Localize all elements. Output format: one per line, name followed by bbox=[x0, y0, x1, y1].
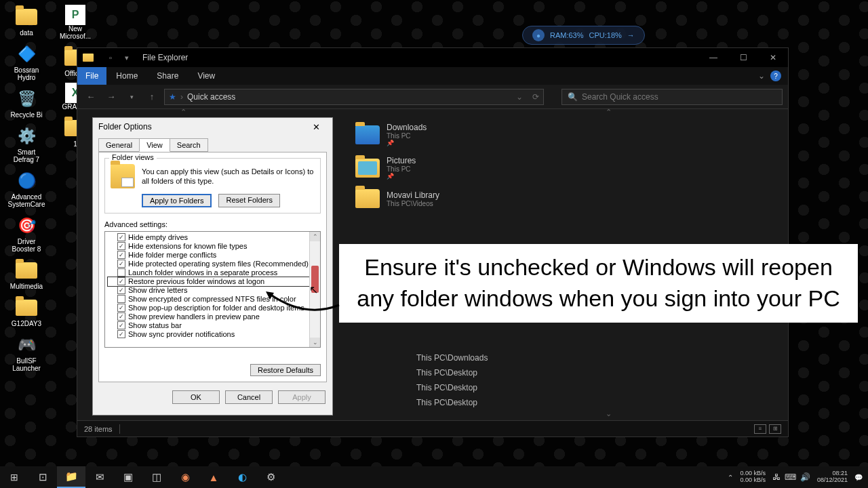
tb-app2[interactable]: ◫ bbox=[142, 466, 171, 488]
adv-setting-item[interactable]: ✓Show sync provider notifications bbox=[108, 330, 317, 339]
adv-setting-item[interactable]: ✓Hide empty drives bbox=[108, 233, 317, 242]
apply-button[interactable]: Apply bbox=[278, 390, 326, 404]
checkbox[interactable]: ✓ bbox=[117, 330, 125, 338]
content-scroll-up[interactable]: ⌃ bbox=[606, 108, 612, 117]
restore-defaults-button[interactable]: Restore Defaults bbox=[250, 364, 321, 376]
maximize-button[interactable]: ☐ bbox=[728, 48, 758, 67]
checkbox[interactable]: ✓ bbox=[117, 251, 125, 259]
setting-label: Hide extensions for known file types bbox=[128, 242, 247, 250]
tab-general[interactable]: General bbox=[98, 138, 140, 152]
scroll-up-button[interactable]: ⌃ bbox=[310, 232, 320, 241]
qa-item-downloads[interactable]: DownloadsThis PC📌 bbox=[355, 123, 439, 146]
help-icon[interactable]: ? bbox=[770, 70, 781, 81]
desktop-icon-bossran[interactable]: 🔷Bossran Hydro bbox=[5, 41, 47, 83]
ribbon-tab-share[interactable]: Share bbox=[147, 68, 188, 83]
minimize-button[interactable]: — bbox=[698, 48, 728, 67]
checkbox[interactable]: ✓ bbox=[117, 286, 125, 294]
ribbon-collapse-icon[interactable]: ⌄ bbox=[758, 71, 765, 81]
nav-recent-dropdown[interactable]: ▾ bbox=[123, 89, 140, 105]
tb-explorer[interactable]: 📁 bbox=[57, 466, 85, 488]
start-button[interactable]: ⊞ bbox=[0, 466, 28, 488]
explorer-titlebar[interactable]: ▫ ▾ File Explorer — ☐ ✕ bbox=[77, 48, 788, 67]
checkbox[interactable]: ✓ bbox=[117, 233, 125, 241]
taskbar: ⊞ ⊡ 📁 ✉ ▣ ◫ ◉ ▲ ◐ ⚙ ⌃ 0.00 kB/s0.00 kB/s… bbox=[0, 466, 868, 488]
desktop-icon-data[interactable]: data bbox=[5, 3, 47, 38]
folder-options-dialog: Folder Options ✕ General View Search Fol… bbox=[92, 117, 333, 415]
tray-expand-icon[interactable]: ⌃ bbox=[728, 474, 733, 481]
adv-setting-item[interactable]: ✓Hide protected operating system files (… bbox=[108, 260, 317, 268]
setting-label: Launch folder windows in a separate proc… bbox=[128, 268, 277, 277]
tray-network-icon[interactable]: 🖧 bbox=[772, 472, 781, 482]
cancel-button[interactable]: Cancel bbox=[225, 390, 273, 404]
tray-input-icon[interactable]: ⌨ bbox=[785, 472, 796, 482]
checkbox[interactable] bbox=[117, 268, 125, 277]
taskview-button[interactable]: ⊡ bbox=[28, 466, 57, 488]
adv-setting-item[interactable]: ✓Hide extensions for known file types bbox=[108, 242, 317, 251]
scroll-down-button[interactable]: ⌄ bbox=[310, 338, 320, 347]
desktop-icon-publisher[interactable]: PNew Microsof... bbox=[54, 3, 96, 41]
tb-app1[interactable]: ▣ bbox=[114, 466, 142, 488]
qa-dropdown-icon[interactable]: ▾ bbox=[121, 52, 133, 64]
performance-widget[interactable]: ● RAM:63% CPU:18% → bbox=[522, 26, 645, 45]
close-button[interactable]: ✕ bbox=[758, 48, 788, 67]
ribbon-tab-home[interactable]: Home bbox=[106, 68, 147, 83]
tray-volume-icon[interactable]: 🔊 bbox=[800, 472, 810, 482]
details-view-button[interactable]: ≡ bbox=[754, 424, 766, 434]
adv-setting-item[interactable]: ✓Restore previous folder windows at logo… bbox=[108, 277, 317, 286]
path-item[interactable]: This PC\Downloads bbox=[416, 353, 488, 363]
adv-setting-item[interactable]: Launch folder windows in a separate proc… bbox=[108, 268, 317, 277]
dialog-titlebar[interactable]: Folder Options ✕ bbox=[93, 118, 332, 136]
system-tray: ⌃ 0.00 kB/s0.00 kB/s 🖧 ⌨ 🔊 08:2108/12/20… bbox=[728, 470, 868, 484]
notification-icon[interactable]: 💬 bbox=[854, 474, 863, 481]
ribbon-tab-view[interactable]: View bbox=[188, 68, 224, 83]
adv-setting-item[interactable]: ✓Hide folder merge conflicts bbox=[108, 251, 317, 260]
checkbox[interactable]: ✓ bbox=[117, 242, 125, 250]
tb-chrome[interactable]: ◉ bbox=[171, 466, 199, 488]
ribbon-tabs: File Home Share View ⌄ ? bbox=[77, 67, 788, 85]
nav-forward-button[interactable]: → bbox=[103, 89, 119, 105]
path-item[interactable]: This PC\Desktop bbox=[416, 368, 488, 378]
checkbox[interactable]: ✓ bbox=[117, 321, 125, 329]
recent-paths-list: This PC\Downloads This PC\Desktop This P… bbox=[416, 353, 488, 407]
qa-item-pictures[interactable]: PicturesThis PC📌 bbox=[355, 156, 439, 180]
apply-to-folders-button[interactable]: Apply to Folders bbox=[142, 194, 212, 207]
qa-item-movavi[interactable]: Movavi LibraryThis PC\Videos bbox=[355, 189, 439, 208]
ribbon-file-tab[interactable]: File bbox=[77, 67, 106, 85]
desktop-icon-driverbooster[interactable]: 🎯Driver Booster 8 bbox=[5, 212, 47, 254]
tab-search[interactable]: Search bbox=[170, 138, 208, 152]
nav-up-button[interactable]: ↑ bbox=[144, 89, 160, 105]
tb-settings[interactable]: ⚙ bbox=[256, 466, 285, 488]
qa-tool-icon[interactable]: ▫ bbox=[104, 52, 117, 64]
checkbox[interactable]: ✓ bbox=[117, 312, 125, 321]
checkbox[interactable]: ✓ bbox=[117, 260, 125, 268]
dialog-close-button[interactable]: ✕ bbox=[305, 120, 327, 134]
refresh-icon[interactable]: ⟳ bbox=[532, 92, 539, 102]
search-field[interactable]: 🔍 Search Quick access bbox=[561, 89, 783, 105]
tb-edge[interactable]: ◐ bbox=[228, 466, 256, 488]
path-item[interactable]: This PC\Desktop bbox=[416, 398, 488, 407]
path-item[interactable]: This PC\Desktop bbox=[416, 383, 488, 392]
desktop-icon-bullsf[interactable]: 🎮BullSF Launcher bbox=[5, 331, 47, 373]
tb-vlc[interactable]: ▲ bbox=[199, 466, 228, 488]
desktop-icon-g12day3[interactable]: G12DAY3 bbox=[5, 294, 47, 329]
clock[interactable]: 08:2108/12/2021 bbox=[817, 470, 848, 484]
content-scroll-down[interactable]: ⌄ bbox=[606, 409, 612, 418]
desktop-icon-systemcare[interactable]: 🔵Advanced SystemCare bbox=[5, 167, 47, 209]
tab-view[interactable]: View bbox=[139, 138, 170, 152]
desktop-icon-multimedia[interactable]: Multimedia bbox=[5, 257, 47, 291]
ok-button[interactable]: OK bbox=[172, 390, 220, 404]
nav-scroll-up[interactable]: ⌃ bbox=[180, 108, 186, 117]
addr-dropdown-icon[interactable]: ⌄ bbox=[516, 92, 523, 102]
pin-icon: 📌 bbox=[387, 173, 416, 180]
reset-folders-button[interactable]: Reset Folders bbox=[218, 194, 279, 207]
desktop-icon-recycle[interactable]: 🗑️Recycle Bi bbox=[5, 85, 47, 120]
annotation-arrow bbox=[264, 291, 346, 325]
icons-view-button[interactable]: ⊞ bbox=[769, 424, 781, 434]
nav-back-button[interactable]: ← bbox=[83, 89, 99, 105]
desktop-icon-smartdefrag[interactable]: ⚙️Smart Defrag 7 bbox=[5, 123, 47, 165]
checkbox[interactable]: ✓ bbox=[117, 304, 125, 312]
checkbox[interactable]: ✓ bbox=[117, 277, 125, 285]
tb-mail[interactable]: ✉ bbox=[85, 466, 114, 488]
checkbox[interactable] bbox=[117, 295, 125, 303]
address-field[interactable]: ★ › Quick access ⌄ ⟳ bbox=[164, 89, 544, 105]
